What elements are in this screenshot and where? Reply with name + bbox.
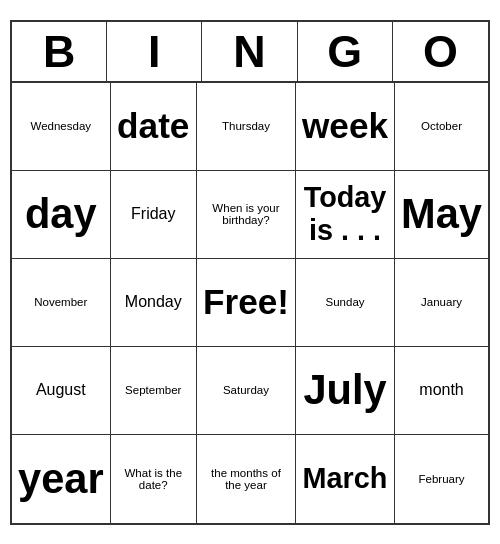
bingo-cell: Sunday [296, 259, 395, 347]
bingo-cell: When is your birthday? [197, 171, 296, 259]
bingo-cell: February [395, 435, 488, 523]
bingo-cell: November [12, 259, 111, 347]
header-letter: N [202, 22, 297, 81]
cell-text: What is the date? [117, 467, 190, 491]
cell-text: January [421, 296, 462, 308]
bingo-cell: Thursday [197, 83, 296, 171]
bingo-cell: March [296, 435, 395, 523]
bingo-cell: week [296, 83, 395, 171]
cell-text: Free! [203, 282, 289, 322]
cell-text: date [117, 106, 189, 146]
header-letter: G [298, 22, 393, 81]
cell-text: Saturday [223, 384, 269, 396]
cell-text: November [34, 296, 87, 308]
bingo-cell: Today is . . . [296, 171, 395, 259]
cell-text: Monday [125, 293, 182, 311]
cell-text: Sunday [326, 296, 365, 308]
cell-text: month [419, 381, 463, 399]
cell-text: the months of the year [203, 467, 289, 491]
cell-text: July [303, 366, 386, 414]
bingo-cell: Wednesday [12, 83, 111, 171]
bingo-cell: August [12, 347, 111, 435]
header-letter: I [107, 22, 202, 81]
bingo-cell: October [395, 83, 488, 171]
cell-text: Friday [131, 205, 175, 223]
cell-text: day [25, 190, 97, 238]
bingo-cell: the months of the year [197, 435, 296, 523]
cell-text: February [418, 473, 464, 485]
header-letter: O [393, 22, 488, 81]
bingo-cell: What is the date? [111, 435, 197, 523]
cell-text: When is your birthday? [203, 202, 289, 226]
bingo-cell: month [395, 347, 488, 435]
cell-text: Today is . . . [302, 181, 388, 247]
bingo-cell: September [111, 347, 197, 435]
cell-text: week [302, 106, 388, 146]
bingo-cell: year [12, 435, 111, 523]
cell-text: October [421, 120, 462, 132]
bingo-cell: date [111, 83, 197, 171]
cell-text: year [18, 455, 104, 503]
bingo-header: BINGO [12, 22, 488, 83]
bingo-cell: day [12, 171, 111, 259]
cell-text: Thursday [222, 120, 270, 132]
bingo-cell: July [296, 347, 395, 435]
bingo-card: BINGO WednesdaydateThursdayweekOctoberda… [10, 20, 490, 525]
cell-text: August [36, 381, 86, 399]
bingo-cell: Saturday [197, 347, 296, 435]
cell-text: September [125, 384, 181, 396]
header-letter: B [12, 22, 107, 81]
bingo-cell: Monday [111, 259, 197, 347]
bingo-cell: May [395, 171, 488, 259]
cell-text: Wednesday [30, 120, 91, 132]
bingo-grid: WednesdaydateThursdayweekOctoberdayFrida… [12, 83, 488, 523]
cell-text: May [401, 190, 482, 238]
bingo-cell: Free! [197, 259, 296, 347]
cell-text: March [303, 462, 388, 495]
bingo-cell: January [395, 259, 488, 347]
bingo-cell: Friday [111, 171, 197, 259]
